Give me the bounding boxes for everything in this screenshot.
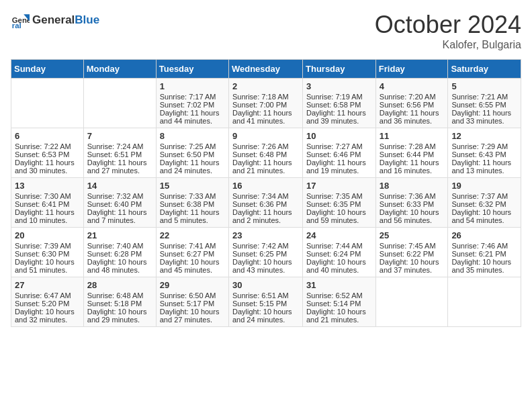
daylight: Daylight: 10 hours and 35 minutes.: [451, 258, 511, 274]
day-number: 6: [15, 131, 80, 141]
header-friday: Friday: [375, 60, 448, 79]
sunset: Sunset: 5:18 PM: [87, 300, 142, 308]
daylight: Daylight: 10 hours and 59 minutes.: [306, 208, 366, 224]
day-number: 4: [380, 81, 445, 91]
sunrise: Sunrise: 6:48 AM: [87, 291, 144, 300]
day-number: 11: [380, 131, 445, 141]
daylight: Daylight: 10 hours and 43 minutes.: [232, 258, 292, 274]
calendar-location: Kalofer, Bulgaria: [375, 39, 521, 51]
table-row: 7Sunrise: 7:24 AMSunset: 6:51 PMDaylight…: [83, 128, 156, 178]
sunset: Sunset: 6:43 PM: [451, 150, 506, 158]
daylight: Daylight: 11 hours and 41 minutes.: [232, 109, 292, 125]
table-row: [83, 79, 156, 128]
sunrise: Sunrise: 7:41 AM: [160, 242, 216, 250]
sunset: Sunset: 6:25 PM: [232, 250, 287, 258]
sunset: Sunset: 6:56 PM: [380, 101, 434, 109]
sunrise: Sunrise: 6:52 AM: [306, 291, 363, 300]
daylight: Daylight: 11 hours and 21 minutes.: [232, 158, 292, 175]
day-number: 10: [306, 131, 372, 141]
daylight: Daylight: 11 hours and 13 minutes.: [451, 158, 511, 175]
sunrise: Sunrise: 7:28 AM: [380, 142, 436, 150]
sunrise: Sunrise: 7:17 AM: [160, 93, 216, 101]
sunset: Sunset: 6:22 PM: [380, 250, 434, 258]
day-number: 18: [380, 181, 445, 191]
daylight: Daylight: 10 hours and 24 minutes.: [232, 308, 292, 324]
day-number: 1: [160, 81, 225, 91]
sunrise: Sunrise: 7:35 AM: [306, 192, 363, 200]
sunrise: Sunrise: 7:34 AM: [232, 192, 289, 200]
table-row: 18Sunrise: 7:36 AMSunset: 6:33 PMDayligh…: [375, 178, 448, 228]
daylight: Daylight: 10 hours and 51 minutes.: [15, 258, 75, 274]
table-row: 25Sunrise: 7:45 AMSunset: 6:22 PMDayligh…: [375, 228, 448, 277]
table-row: 24Sunrise: 7:44 AMSunset: 6:24 PMDayligh…: [303, 228, 376, 277]
sunset: Sunset: 5:20 PM: [15, 300, 69, 308]
sunset: Sunset: 6:51 PM: [87, 150, 142, 158]
table-row: 30Sunrise: 6:51 AMSunset: 5:15 PMDayligh…: [228, 277, 302, 327]
sunset: Sunset: 6:58 PM: [306, 101, 361, 109]
daylight: Daylight: 11 hours and 39 minutes.: [306, 109, 366, 125]
daylight: Daylight: 11 hours and 7 minutes.: [87, 208, 147, 224]
daylight: Daylight: 11 hours and 2 minutes.: [232, 208, 292, 224]
day-number: 17: [306, 181, 372, 191]
sunrise: Sunrise: 7:22 AM: [15, 142, 71, 150]
table-row: 10Sunrise: 7:27 AMSunset: 6:46 PMDayligh…: [303, 128, 376, 178]
sunset: Sunset: 6:50 PM: [160, 150, 214, 158]
svg-text:ral: ral: [12, 21, 21, 30]
daylight: Daylight: 11 hours and 27 minutes.: [87, 158, 147, 175]
day-number: 16: [232, 181, 299, 191]
week-row-3: 13Sunrise: 7:30 AMSunset: 6:41 PMDayligh…: [11, 178, 521, 228]
calendar-table: Sunday Monday Tuesday Wednesday Thursday…: [11, 59, 521, 327]
daylight: Daylight: 11 hours and 36 minutes.: [380, 109, 439, 125]
daylight: Daylight: 11 hours and 30 minutes.: [15, 158, 75, 175]
table-row: 13Sunrise: 7:30 AMSunset: 6:41 PMDayligh…: [11, 178, 84, 228]
daylight: Daylight: 11 hours and 10 minutes.: [15, 208, 75, 224]
daylight: Daylight: 10 hours and 45 minutes.: [160, 258, 220, 274]
sunset: Sunset: 6:40 PM: [87, 200, 142, 208]
table-row: 23Sunrise: 7:42 AMSunset: 6:25 PMDayligh…: [228, 228, 302, 277]
week-row-5: 27Sunrise: 6:47 AMSunset: 5:20 PMDayligh…: [11, 277, 521, 327]
sunrise: Sunrise: 7:33 AM: [160, 192, 216, 200]
day-number: 13: [15, 181, 80, 191]
day-number: 28: [87, 280, 152, 290]
sunrise: Sunrise: 6:50 AM: [160, 291, 216, 300]
sunset: Sunset: 5:14 PM: [306, 300, 361, 308]
day-number: 31: [306, 280, 372, 290]
daylight: Daylight: 11 hours and 16 minutes.: [380, 158, 439, 175]
sunset: Sunset: 6:35 PM: [306, 200, 361, 208]
table-row: 4Sunrise: 7:20 AMSunset: 6:56 PMDaylight…: [375, 79, 448, 128]
header-saturday: Saturday: [448, 60, 521, 79]
day-number: 27: [15, 280, 80, 290]
table-row: 29Sunrise: 6:50 AMSunset: 5:17 PMDayligh…: [156, 277, 228, 327]
sunset: Sunset: 6:33 PM: [380, 200, 434, 208]
sunrise: Sunrise: 7:32 AM: [87, 192, 144, 200]
sunrise: Sunrise: 7:18 AM: [232, 93, 289, 101]
day-number: 26: [451, 230, 517, 240]
day-number: 25: [380, 230, 445, 240]
sunset: Sunset: 5:17 PM: [160, 300, 214, 308]
sunrise: Sunrise: 6:51 AM: [232, 291, 289, 300]
header-sunday: Sunday: [11, 60, 84, 79]
day-number: 19: [451, 181, 517, 191]
sunset: Sunset: 6:32 PM: [451, 200, 506, 208]
day-number: 8: [160, 131, 225, 141]
sunset: Sunset: 6:21 PM: [451, 250, 506, 258]
sunset: Sunset: 6:28 PM: [87, 250, 142, 258]
day-number: 23: [232, 230, 299, 240]
logo-text: GeneralBlue: [32, 14, 99, 27]
sunset: Sunset: 6:27 PM: [160, 250, 214, 258]
sunrise: Sunrise: 7:37 AM: [451, 192, 508, 200]
sunrise: Sunrise: 7:30 AM: [15, 192, 71, 200]
table-row: 16Sunrise: 7:34 AMSunset: 6:36 PMDayligh…: [228, 178, 302, 228]
daylight: Daylight: 11 hours and 44 minutes.: [160, 109, 220, 125]
week-row-2: 6Sunrise: 7:22 AMSunset: 6:53 PMDaylight…: [11, 128, 521, 178]
sunset: Sunset: 6:36 PM: [232, 200, 287, 208]
sunset: Sunset: 6:55 PM: [451, 101, 506, 109]
day-number: 21: [87, 230, 152, 240]
table-row: 1Sunrise: 7:17 AMSunset: 7:02 PMDaylight…: [156, 79, 228, 128]
sunrise: Sunrise: 7:20 AM: [380, 93, 436, 101]
sunset: Sunset: 6:41 PM: [15, 200, 69, 208]
logo: Gene ral GeneralBlue: [11, 11, 99, 30]
sunset: Sunset: 6:53 PM: [15, 150, 69, 158]
day-number: 22: [160, 230, 225, 240]
sunset: Sunset: 6:24 PM: [306, 250, 361, 258]
